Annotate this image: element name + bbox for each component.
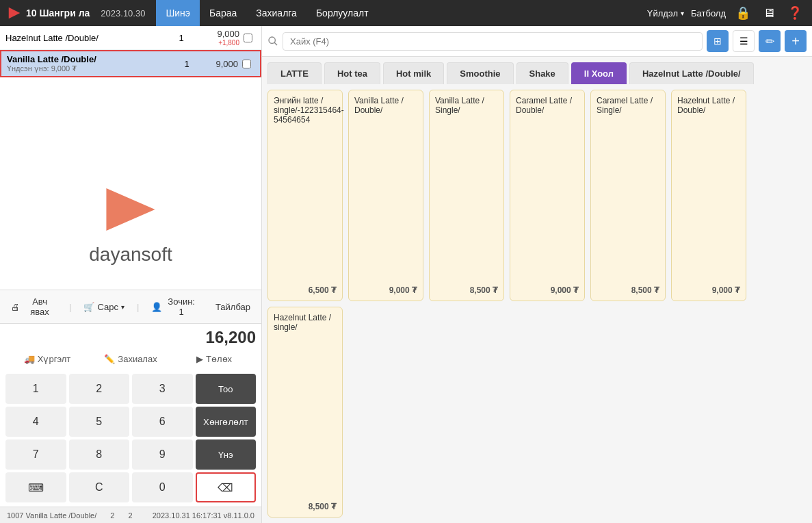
order-item-name-2: Vanilla Latte /Double/ bbox=[7, 54, 176, 64]
avch-yavah-button[interactable]: 🖨 Авч явах bbox=[5, 294, 62, 319]
product-card[interactable]: Hazelnut Latte / single/ 8,500 ₮ bbox=[267, 307, 343, 518]
topbar-logo: 10 Шангри ла bbox=[7, 5, 90, 21]
statusbar-datetime: 2023.10.31 16:17:31 v8.11.0.0 bbox=[153, 511, 254, 520]
svg-marker-1 bbox=[106, 188, 155, 231]
product-card[interactable]: Vanilla Latte / Double/ 9,000 ₮ bbox=[348, 90, 423, 301]
nav-item-baraa[interactable]: Бараа bbox=[200, 0, 246, 26]
product-price: 8,500 ₮ bbox=[435, 285, 498, 295]
statusbar-count: 2 bbox=[128, 511, 132, 520]
topbar-nav: Шинэ Бараа Захиалга Борлуулалт bbox=[156, 0, 378, 26]
cat-tab-shake[interactable]: Shake bbox=[516, 62, 568, 84]
statusbar-item: 1007 Vanilla Latte /Double/ bbox=[7, 511, 96, 520]
order-item-price-2: 9,000 bbox=[197, 59, 238, 69]
cat-tab-ii-hool[interactable]: II Хоол bbox=[571, 62, 627, 84]
numpad-0[interactable]: 0 bbox=[132, 472, 193, 502]
numpad-2[interactable]: 2 bbox=[69, 374, 130, 404]
product-price: 8,500 ₮ bbox=[274, 502, 337, 511]
numpad-khonglelot[interactable]: Хөнгөлөлт bbox=[196, 407, 257, 437]
numpad-too[interactable]: Тоо bbox=[196, 374, 257, 404]
numpad-6[interactable]: 6 bbox=[132, 407, 193, 437]
order-item-qty-2: 1 bbox=[176, 59, 197, 69]
grid-view-button[interactable]: ⊞ bbox=[707, 30, 729, 52]
topbar-username: Батболд bbox=[691, 8, 726, 18]
app-logo-icon bbox=[7, 5, 22, 21]
pen-icon: ✏️ bbox=[104, 354, 115, 364]
order-row-checkbox-2[interactable] bbox=[238, 60, 254, 68]
numpad-total: 16,200 bbox=[5, 328, 256, 347]
tailbar-button[interactable]: Тайлбар bbox=[210, 300, 256, 314]
topbar-date: 2023.10.30 bbox=[101, 8, 145, 18]
cat-tab-smoothie[interactable]: Smoothie bbox=[447, 62, 513, 84]
order-row[interactable]: Hazelnut Latte /Double/ 1 9,000 +1,800 bbox=[0, 26, 261, 50]
cat-tab-hot-tea[interactable]: Hot tea bbox=[324, 62, 380, 84]
numpad-8[interactable]: 8 bbox=[69, 439, 130, 470]
tab-hurgelt[interactable]: 🚚 Хүргэлт bbox=[5, 350, 89, 370]
add-button[interactable]: + bbox=[785, 30, 807, 52]
category-tabs: LATTE Hot tea Hot milk Smoothie Shake II… bbox=[262, 57, 812, 84]
svg-line-3 bbox=[274, 42, 277, 45]
topbar-user-menu[interactable]: Үйлдэл ▾ bbox=[647, 8, 684, 18]
statusbar-qty: 2 bbox=[110, 511, 114, 520]
logo-text: dayansoft bbox=[89, 244, 172, 266]
search-input[interactable] bbox=[283, 32, 703, 51]
edit-button[interactable]: ✏ bbox=[759, 30, 781, 52]
order-item-sub: Үндсэн үнэ: 9,000 ₮ bbox=[7, 64, 176, 73]
cat-tab-latte[interactable]: LATTE bbox=[267, 62, 322, 84]
cat-tab-hazelnut[interactable]: Hazelnut Latte /Double/ bbox=[629, 62, 754, 84]
tab-zahialah[interactable]: ✏️ Захиалах bbox=[89, 350, 172, 370]
product-price: 6,500 ₮ bbox=[274, 285, 337, 295]
numpad-area: 16,200 🚚 Хүргэлт ✏️ Захиалах ▶ Төлөх 1 2 bbox=[0, 323, 261, 507]
numpad-keyboard[interactable]: ⌨ bbox=[5, 472, 66, 502]
order-list: Hazelnut Latte /Double/ 1 9,000 +1,800 V… bbox=[0, 26, 261, 158]
product-price: 9,000 ₮ bbox=[516, 285, 579, 295]
logo-triangle-icon bbox=[100, 182, 161, 237]
product-name: Hazelnut Latte / single/ bbox=[274, 313, 337, 500]
bottom-bar: 🖨 Авч явах | 🛒 Сарс ▾ | 👤 Зочин: 1 Тайлб… bbox=[0, 290, 261, 323]
tab-tölöh[interactable]: ▶ Төлөх bbox=[172, 350, 256, 370]
main-layout: Hazelnut Latte /Double/ 1 9,000 +1,800 V… bbox=[0, 26, 812, 523]
numpad-delete[interactable]: ⌫ bbox=[196, 472, 257, 502]
nav-item-shin[interactable]: Шинэ bbox=[156, 0, 200, 26]
product-price: 9,000 ₮ bbox=[677, 285, 740, 295]
nav-item-zahialga[interactable]: Захиалга bbox=[246, 0, 306, 26]
product-name: Caramel Latte / Double/ bbox=[516, 96, 579, 283]
nav-item-borluulalt[interactable]: Борлуулалт bbox=[306, 0, 378, 26]
svg-point-2 bbox=[269, 37, 275, 43]
numpad-clear[interactable]: C bbox=[69, 472, 130, 502]
product-card[interactable]: Caramel Latte / Single/ 8,500 ₮ bbox=[590, 90, 666, 301]
product-price: 9,000 ₮ bbox=[354, 285, 417, 295]
chevron-down-icon-2: ▾ bbox=[121, 303, 125, 311]
order-checkbox[interactable] bbox=[244, 34, 252, 42]
topbar-right: Үйлдэл ▾ Батболд 🔒 🖥 ❓ bbox=[647, 5, 805, 21]
order-item-price: 9,000 bbox=[198, 29, 239, 39]
cat-tab-hot-milk[interactable]: Hot milk bbox=[383, 62, 444, 84]
help-icon[interactable]: ❓ bbox=[785, 5, 805, 21]
numpad-4[interactable]: 4 bbox=[5, 407, 66, 437]
zochin-button[interactable]: 👤 Зочин: 1 bbox=[146, 294, 203, 319]
order-row-selected[interactable]: Vanilla Latte /Double/ Үндсэн үнэ: 9,000… bbox=[0, 50, 261, 77]
product-card[interactable]: Caramel Latte / Double/ 9,000 ₮ bbox=[510, 90, 585, 301]
logo-area: dayansoft bbox=[0, 158, 261, 290]
order-item-name: Hazelnut Latte /Double/ bbox=[5, 33, 171, 43]
product-card[interactable]: Vanilla Latte / Single/ 8,500 ₮ bbox=[429, 90, 504, 301]
list-view-button[interactable]: ☰ bbox=[733, 30, 755, 52]
numpad-3[interactable]: 3 bbox=[132, 374, 193, 404]
numpad-9[interactable]: 9 bbox=[132, 439, 193, 470]
topbar: 10 Шангри ла 2023.10.30 Шинэ Бараа Захиа… bbox=[0, 0, 812, 26]
play-icon: ▶ bbox=[196, 354, 203, 364]
product-price: 8,500 ₮ bbox=[597, 285, 659, 295]
product-name: Vanilla Latte / Single/ bbox=[435, 96, 498, 283]
store-name: 10 Шангри ла bbox=[26, 8, 90, 18]
order-row-checkbox[interactable] bbox=[239, 34, 256, 42]
order-checkbox-2[interactable] bbox=[242, 60, 251, 68]
sars-button[interactable]: 🛒 Сарс ▾ bbox=[78, 300, 130, 314]
product-card[interactable]: Hazelnut Latte / Double/ 9,000 ₮ bbox=[671, 90, 746, 301]
numpad-7[interactable]: 7 bbox=[5, 439, 66, 470]
monitor-icon[interactable]: 🖥 bbox=[760, 6, 778, 21]
numpad-une[interactable]: Үнэ bbox=[196, 439, 257, 470]
numpad-5[interactable]: 5 bbox=[69, 407, 130, 437]
right-panel: ⊞ ☰ ✏ + LATTE Hot tea Hot milk Smoothie … bbox=[262, 26, 812, 523]
numpad-1[interactable]: 1 bbox=[5, 374, 66, 404]
lock-icon[interactable]: 🔒 bbox=[733, 5, 753, 21]
product-card[interactable]: Энгийн latte / single/-122315464-5456465… bbox=[267, 90, 343, 301]
